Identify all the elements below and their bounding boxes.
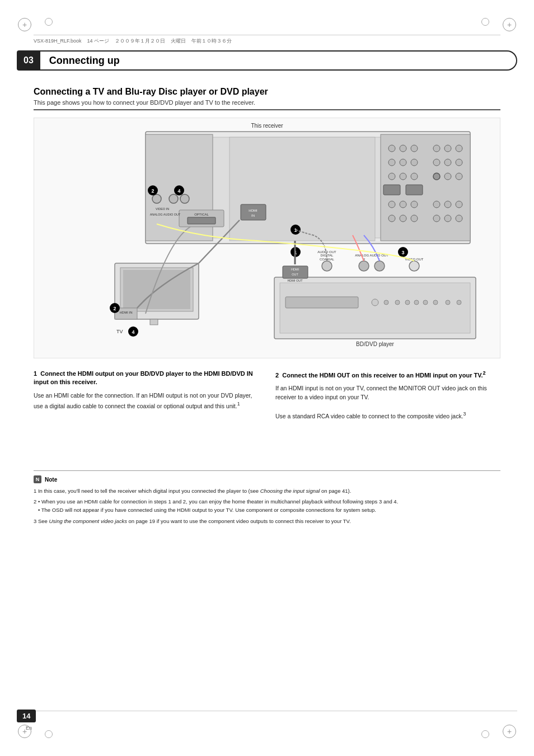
connection-diagram: This receiver HDMI IN xyxy=(34,118,500,358)
note-2: 2 • When you use an HDMI cable for conne… xyxy=(34,497,500,514)
svg-point-76 xyxy=(457,300,461,305)
svg-rect-24 xyxy=(383,185,400,195)
notes-header: N Note xyxy=(34,475,500,483)
instruction-col-2: 2 Connect the HDMI OUT on this receiver … xyxy=(275,370,500,421)
svg-point-31 xyxy=(456,201,462,208)
svg-text:HDMI OUT: HDMI OUT xyxy=(287,279,303,282)
svg-text:OPTICAL: OPTICAL xyxy=(194,213,209,216)
note-3: 3 See Using the component video jacks on… xyxy=(34,517,500,525)
bottom-rule xyxy=(17,711,517,711)
svg-rect-25 xyxy=(406,185,423,195)
svg-point-46 xyxy=(169,194,178,203)
svg-text:TV: TV xyxy=(116,329,123,334)
svg-point-27 xyxy=(400,201,406,208)
svg-point-11 xyxy=(456,145,462,152)
svg-point-68 xyxy=(372,299,378,306)
reg-mark-bl2 xyxy=(45,730,53,738)
svg-point-28 xyxy=(411,201,418,208)
notes-section: N Note 1 In this case, you'll need to te… xyxy=(34,470,500,525)
svg-point-16 xyxy=(444,159,451,166)
svg-point-9 xyxy=(433,145,440,152)
svg-text:3: 3 xyxy=(401,250,404,255)
top-meta: VSX-819H_RLF.book 14 ページ ２００９年１月２０日 火曜日 … xyxy=(34,35,500,45)
svg-point-36 xyxy=(444,215,451,222)
instruction-columns: 1 Connect the HDMI output on your BD/DVD… xyxy=(34,370,500,421)
svg-text:BD/DVD player: BD/DVD player xyxy=(356,341,394,347)
svg-text:HDMI: HDMI xyxy=(249,209,257,212)
svg-text:HDMI: HDMI xyxy=(291,268,299,271)
svg-point-17 xyxy=(456,159,462,166)
meta-page: 14 ページ xyxy=(87,38,110,44)
reg-mark-tr2 xyxy=(481,18,489,26)
svg-rect-39 xyxy=(241,204,266,220)
svg-point-45 xyxy=(152,194,161,203)
reg-mark-tr xyxy=(503,18,516,31)
svg-point-7 xyxy=(400,145,406,152)
reg-mark-tl2 xyxy=(45,18,53,26)
page-lang: En xyxy=(26,725,32,731)
svg-point-81 xyxy=(322,261,332,271)
svg-point-20 xyxy=(411,173,418,180)
note-1: 1 In this case, you'll need to tell the … xyxy=(34,487,500,495)
svg-text:This receiver: This receiver xyxy=(251,123,283,129)
svg-text:AUDIO OUT: AUDIO OUT xyxy=(317,250,336,254)
notes-list: 1 In this case, you'll need to tell the … xyxy=(34,487,500,525)
svg-point-75 xyxy=(446,300,450,305)
svg-point-90 xyxy=(409,261,419,271)
svg-point-26 xyxy=(388,201,395,208)
svg-point-47 xyxy=(180,194,189,203)
svg-point-71 xyxy=(405,300,410,305)
svg-point-22 xyxy=(444,173,451,180)
svg-point-70 xyxy=(395,300,400,305)
instruction-1-heading: 1 Connect the HDMI output on your BD/DVD… xyxy=(34,370,259,387)
svg-point-14 xyxy=(411,159,418,166)
reg-mark-br xyxy=(503,725,516,738)
meta-time: 午前１０時３６分 xyxy=(191,38,232,44)
svg-point-33 xyxy=(400,215,406,222)
svg-point-15 xyxy=(433,159,440,166)
svg-text:4: 4 xyxy=(132,329,134,335)
section-title-container: Connecting a TV and Blu-ray Disc player … xyxy=(34,87,500,110)
meta-day: 火曜日 xyxy=(171,38,186,44)
section-title: Connecting a TV and Blu-ray Disc player … xyxy=(34,87,500,97)
svg-point-19 xyxy=(400,173,406,180)
svg-point-29 xyxy=(433,201,440,208)
svg-point-74 xyxy=(433,300,438,305)
chapter-number: 03 xyxy=(17,50,40,71)
instruction-col-1: 1 Connect the HDMI output on your BD/DVD… xyxy=(34,370,259,421)
svg-point-13 xyxy=(400,159,406,166)
chapter-title: Connecting up xyxy=(40,50,517,71)
svg-point-73 xyxy=(423,300,428,305)
svg-point-72 xyxy=(414,300,419,305)
instructions-section: 1 Connect the HDMI output on your BD/DVD… xyxy=(34,370,500,421)
svg-text:ANALOG AUDIO OUT: ANALOG AUDIO OUT xyxy=(150,213,181,216)
svg-text:2: 2 xyxy=(151,188,154,194)
instruction-1-body: Use an HDMI cable for the connection. If… xyxy=(34,391,259,410)
section-subtitle: This page shows you how to connect your … xyxy=(34,99,500,106)
svg-point-12 xyxy=(388,159,395,166)
reg-mark-br2 xyxy=(481,730,489,738)
svg-point-86 xyxy=(374,261,385,271)
svg-rect-67 xyxy=(285,297,358,308)
svg-point-37 xyxy=(456,215,462,222)
instruction-2-heading: 2 Connect the HDMI OUT on this receiver … xyxy=(275,370,500,380)
notes-label: Note xyxy=(45,477,57,483)
svg-point-35 xyxy=(433,215,440,222)
reg-mark-tl xyxy=(18,18,31,31)
svg-point-10 xyxy=(444,145,451,152)
svg-point-85 xyxy=(359,261,369,271)
svg-text:2: 2 xyxy=(113,306,116,311)
svg-rect-44 xyxy=(188,217,216,224)
meta-file: VSX-819H_RLF.book xyxy=(34,38,82,44)
svg-text:HDMI IN: HDMI IN xyxy=(120,311,133,314)
svg-text:OUT: OUT xyxy=(292,273,298,276)
svg-text:4: 4 xyxy=(177,188,180,194)
svg-text:IN: IN xyxy=(251,214,255,217)
svg-point-6 xyxy=(388,145,395,152)
meta-date: ２００９年１月２０日 xyxy=(115,38,165,44)
svg-text:VIDEO IN: VIDEO IN xyxy=(156,207,169,211)
svg-point-23 xyxy=(456,173,462,180)
svg-rect-57 xyxy=(150,319,158,325)
svg-point-18 xyxy=(388,173,395,180)
svg-point-8 xyxy=(411,145,418,152)
